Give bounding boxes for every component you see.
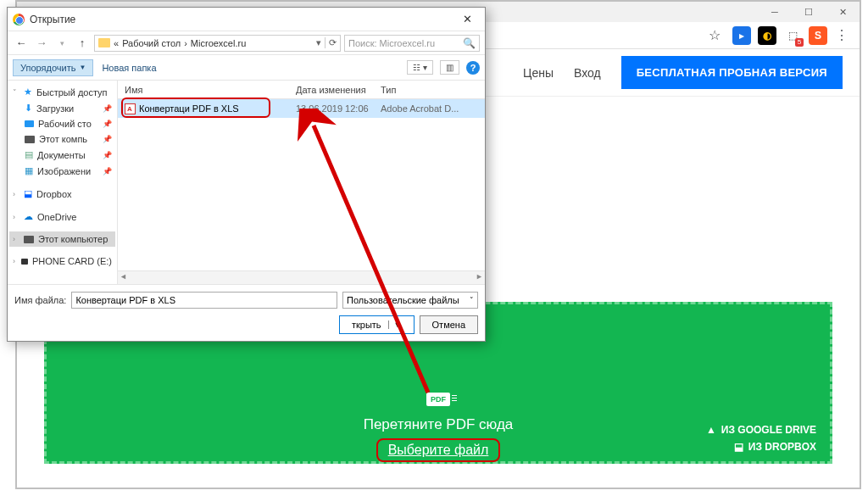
- minimize-button[interactable]: ─: [758, 2, 792, 22]
- nav-up-icon[interactable]: ↑: [74, 36, 91, 49]
- horizontal-scrollbar[interactable]: [118, 270, 485, 284]
- breadcrumb-sep: «: [114, 38, 119, 48]
- refresh-icon[interactable]: ⟳: [325, 37, 337, 48]
- pc-icon: [24, 236, 34, 243]
- breadcrumb-sep: ›: [184, 38, 187, 48]
- nav-prices[interactable]: Цены: [523, 66, 554, 80]
- dialog-titlebar: Открытие ✕: [8, 8, 485, 31]
- nav-login[interactable]: Вход: [574, 66, 601, 80]
- dialog-footer: Имя файла: Пользовательские файлы˅ ткрыт…: [8, 284, 485, 341]
- filename-row: Имя файла: Пользовательские файлы˅: [14, 292, 478, 309]
- maximize-button[interactable]: ☐: [792, 2, 826, 22]
- file-date: 13.06.2019 12:06: [296, 103, 381, 114]
- star-icon[interactable]: ☆: [704, 25, 726, 47]
- cloud-links: ▲ИЗ GOOGLE DRIVE ⬓ИЗ DROPBOX: [706, 419, 816, 453]
- folder-icon: [98, 38, 110, 47]
- search-icon: 🔍: [463, 37, 476, 49]
- doc-icon: ▤: [25, 149, 33, 160]
- file-open-dialog: Открытие ✕ ← → ▾ ↑ « Рабочий стол › Micr…: [7, 7, 486, 342]
- menu-icon[interactable]: ⋮: [831, 25, 853, 47]
- file-list: Имя Дата изменения Тип Конвертаци PDF в …: [118, 81, 485, 284]
- dropbox-icon: ⬓: [734, 441, 743, 453]
- search-input[interactable]: Поиск: Microexcel.ru 🔍: [344, 35, 480, 52]
- list-header[interactable]: Имя Дата изменения Тип: [118, 81, 485, 99]
- dialog-sidebar: ˅★Быстрый доступ ⬇Загрузки📌 Рабочий сто📌…: [8, 81, 118, 284]
- filename-input[interactable]: [71, 292, 337, 309]
- file-row[interactable]: Конвертаци PDF в XLS 13.06.2019 12:06 Ad…: [118, 99, 485, 118]
- sidebar-dropbox[interactable]: ›⬓Dropbox: [9, 186, 115, 202]
- drive-icon: [21, 259, 28, 265]
- breadcrumb-item[interactable]: Microexcel.ru: [191, 38, 246, 48]
- desktop-icon: [25, 120, 34, 127]
- dialog-close-button[interactable]: ✕: [454, 13, 480, 25]
- col-date[interactable]: Дата изменения: [296, 85, 381, 95]
- sidebar-onedrive[interactable]: ›☁OneDrive: [9, 209, 115, 225]
- search-placeholder: Поиск: Microexcel.ru: [348, 38, 435, 48]
- dialog-title: Открытие: [30, 14, 75, 25]
- from-dropbox-link[interactable]: ⬓ИЗ DROPBOX: [706, 441, 816, 453]
- close-button[interactable]: ✕: [826, 2, 860, 22]
- from-gdrive-link[interactable]: ▲ИЗ GOOGLE DRIVE: [706, 424, 816, 436]
- chrome-icon: [13, 14, 25, 25]
- file-type: Adobe Acrobat D...: [381, 103, 485, 114]
- view-mode-button[interactable]: ☷ ▾: [407, 60, 433, 75]
- open-dropdown-icon[interactable]: ▼: [388, 320, 402, 329]
- gdrive-icon: ▲: [706, 424, 716, 436]
- extension-icon[interactable]: ▸: [732, 26, 751, 45]
- new-folder-button[interactable]: Новая папка: [102, 63, 156, 73]
- organize-button[interactable]: Упорядочить▼: [13, 59, 93, 76]
- breadcrumb[interactable]: « Рабочий стол › Microexcel.ru ▾ ⟳: [94, 35, 341, 52]
- dialog-toolbar: Упорядочить▼ Новая папка ☷ ▾ ▥ ?: [8, 55, 485, 81]
- nav-recent-icon[interactable]: ▾: [53, 39, 70, 47]
- col-type[interactable]: Тип: [381, 85, 485, 95]
- file-name: Конвертаци PDF в XLS: [139, 103, 239, 114]
- extension-icon[interactable]: ⬚: [783, 26, 802, 45]
- star-icon: ★: [24, 86, 32, 98]
- help-icon[interactable]: ?: [466, 61, 480, 75]
- filetype-select[interactable]: Пользовательские файлы˅: [342, 292, 478, 309]
- open-button[interactable]: ткрыть▼: [339, 315, 415, 334]
- extension-icon[interactable]: ◐: [758, 26, 776, 45]
- trial-button[interactable]: БЕСПЛАТНАЯ ПРОБНАЯ ВЕРСИЯ: [621, 56, 843, 89]
- dialog-nav: ← → ▾ ↑ « Рабочий стол › Microexcel.ru ▾…: [8, 31, 485, 55]
- col-name[interactable]: Имя: [118, 85, 296, 95]
- pin-icon: 📌: [103, 104, 112, 113]
- sidebar-thispc[interactable]: ›Этот компьютер: [9, 231, 115, 247]
- image-icon: ▦: [25, 165, 33, 176]
- dialog-body: ˅★Быстрый доступ ⬇Загрузки📌 Рабочий сто📌…: [8, 81, 485, 284]
- filename-label: Имя файла:: [14, 295, 66, 305]
- sidebar-downloads[interactable]: ⬇Загрузки📌: [9, 100, 115, 116]
- choose-file-link[interactable]: Выберите файл: [376, 438, 501, 462]
- cancel-button[interactable]: Отмена: [420, 315, 478, 334]
- pc-icon: [25, 136, 35, 143]
- pdf-file-icon: [125, 103, 136, 114]
- profile-avatar[interactable]: S: [809, 26, 827, 45]
- pin-icon: 📌: [103, 151, 112, 159]
- drop-text: Перетяните PDF сюда: [364, 416, 514, 433]
- sidebar-phone-card[interactable]: ›PHONE CARD (E:): [9, 254, 115, 269]
- pin-icon: 📌: [103, 120, 112, 128]
- onedrive-icon: ☁: [24, 211, 33, 222]
- dropbox-icon: ⬓: [24, 188, 32, 199]
- breadcrumb-item[interactable]: Рабочий стол: [122, 38, 181, 48]
- sidebar-documents[interactable]: ▤Документы📌: [9, 147, 115, 163]
- preview-button[interactable]: ▥: [440, 60, 459, 75]
- download-icon: ⬇: [25, 103, 32, 114]
- pin-icon: 📌: [103, 167, 112, 176]
- nav-back-icon[interactable]: ←: [13, 36, 30, 49]
- sidebar-thispc-short[interactable]: Этот компь📌: [9, 131, 115, 147]
- sidebar-desktop[interactable]: Рабочий сто📌: [9, 116, 115, 131]
- nav-forward-icon[interactable]: →: [33, 36, 50, 49]
- sidebar-quick-access[interactable]: ˅★Быстрый доступ: [9, 84, 115, 100]
- dialog-buttons: ткрыть▼ Отмена: [14, 315, 478, 334]
- sidebar-images[interactable]: ▦Изображени📌: [9, 163, 115, 179]
- pin-icon: 📌: [103, 135, 112, 143]
- pdf-badge-icon: PDF: [426, 393, 450, 406]
